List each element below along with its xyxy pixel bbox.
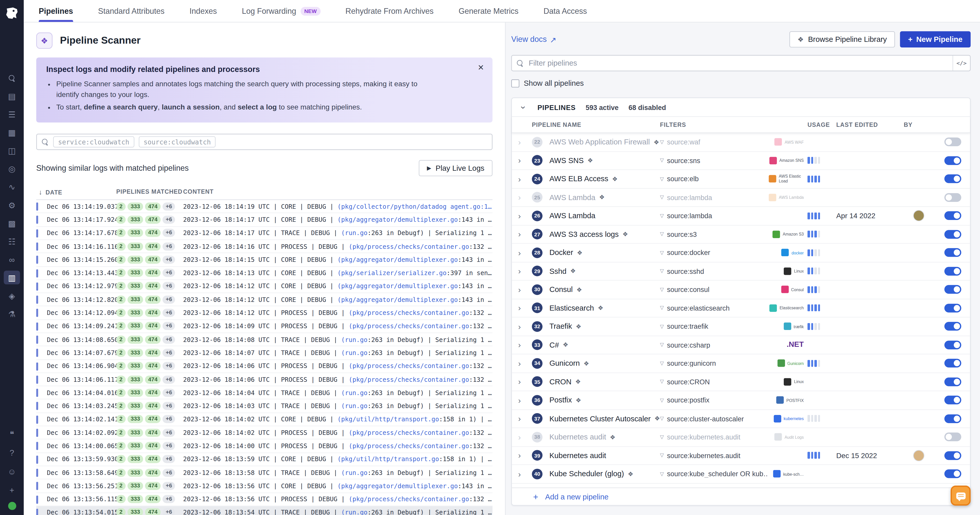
pipeline-count-badge[interactable]: 474 [145,216,161,224]
avatar[interactable] [913,210,924,221]
pipeline-count-badge[interactable]: 2 [116,455,126,463]
pipeline-count-badge[interactable]: 2 [116,256,126,264]
pipeline-count-badge[interactable]: +6 [162,375,175,383]
pipeline-row[interactable]: ›33C#❖▽source:csharp.NET [512,336,970,354]
pipeline-count-badge[interactable]: +6 [162,349,175,357]
play-live-logs-button[interactable]: ▶ Play Live Logs [419,160,493,176]
pipeline-count-badge[interactable]: +6 [162,482,175,490]
close-icon[interactable]: × [478,62,484,73]
pipeline-count-badge[interactable]: 2 [116,482,126,490]
pipeline-count-badge[interactable]: 474 [145,229,161,237]
pipeline-count-badge[interactable]: 474 [145,455,161,463]
pipeline-count-badge[interactable]: 333 [127,415,143,423]
expand-chevron-icon[interactable]: › [518,211,532,221]
security-icon[interactable]: ◈ [4,289,20,302]
pipeline-count-badge[interactable]: +6 [162,389,175,397]
pipeline-count-badge[interactable]: 333 [127,389,143,397]
pipeline-count-badge[interactable]: +6 [162,495,175,503]
pipeline-row[interactable]: ›40Kube Scheduler (glog)❖▽source:kube_sc… [512,465,970,483]
log-source-link[interactable]: (run.go [341,350,368,356]
pipeline-count-badge[interactable]: 333 [127,296,143,304]
ci-icon[interactable]: ☷ [4,234,20,248]
nav-tab-generate-metrics[interactable]: Generate Metrics [458,0,519,22]
organization-icon[interactable]: ☺ [4,464,20,478]
pipeline-enable-toggle[interactable] [944,156,961,165]
expand-chevron-icon[interactable]: › [518,469,532,479]
expand-chevron-icon[interactable]: › [518,156,532,165]
pipeline-row[interactable]: ›39Kubernetes audit▽source:kubernetes.au… [512,447,970,465]
log-row[interactable]: Dec 06 13:14:06.1172333474+62023-12-06 1… [36,373,493,386]
pipeline-count-badge[interactable]: 333 [127,309,143,317]
log-source-link[interactable]: (pkg/aggregator/demultiplexer.go [337,296,458,303]
pipeline-count-badge[interactable]: 474 [145,256,161,264]
pipeline-count-badge[interactable]: 2 [116,335,126,343]
dashboards-icon[interactable]: ▦ [4,126,20,139]
integrations-icon[interactable]: ∞ [4,253,20,266]
view-docs-link[interactable]: View docs ↗ [511,35,556,44]
log-source-link[interactable]: (pkg/collector/python/datadog_agent.go:1… [337,203,492,210]
pipeline-count-badge[interactable]: +6 [162,469,175,477]
pipeline-count-badge[interactable]: 333 [127,322,143,330]
log-row[interactable]: Dec 06 13:14:19.0372333474+62023-12-06 1… [36,200,493,213]
log-row[interactable]: Dec 06 13:14:02.0922333474+62023-12-06 1… [36,426,493,439]
pipeline-row[interactable]: ›22AWS Web Application Firewall❖▽source:… [512,133,970,152]
pipeline-count-badge[interactable]: 333 [127,509,143,515]
watchdog-icon[interactable]: ⚙ [4,198,20,212]
log-source-link[interactable]: (run.go [341,229,368,236]
log-source-link[interactable]: (pkg/process/checks/container.go [348,243,469,250]
log-source-link[interactable]: (run.go [341,509,368,515]
expand-chevron-icon[interactable]: › [518,451,532,460]
pipeline-row[interactable]: ›34Gunicorn❖▽source:gunicornGunicorn [512,354,970,373]
log-search-bar[interactable]: service:cloudwatchsource:cloudwatch [36,134,493,150]
log-row[interactable]: Dec 06 13:14:12.0942333474+62023-12-06 1… [36,307,493,320]
log-row[interactable]: Dec 06 13:13:58.6492333474+62023-12-06 1… [36,466,493,480]
expand-chevron-icon[interactable]: › [518,432,532,442]
log-row[interactable]: Dec 06 13:14:03.2452333474+62023-12-06 1… [36,400,493,413]
pipeline-count-badge[interactable]: 2 [116,509,126,515]
expand-chevron-icon[interactable]: › [518,322,532,331]
pipeline-count-badge[interactable]: 474 [145,442,161,450]
pipeline-enable-toggle[interactable] [944,359,961,367]
pipeline-count-badge[interactable]: 333 [127,429,143,437]
labs-icon[interactable]: ⚗ [4,307,20,321]
log-row[interactable]: Dec 06 13:14:09.2412333474+62023-12-06 1… [36,320,493,333]
expand-chevron-icon[interactable]: › [518,248,532,258]
pipeline-enable-toggle[interactable] [944,451,961,460]
pipeline-count-badge[interactable]: 2 [116,269,126,277]
pipeline-count-badge[interactable]: +6 [162,202,175,211]
log-row[interactable]: Dec 06 13:13:56.1152333474+62023-12-06 1… [36,493,493,506]
log-source-link[interactable]: (pkg/process/checks/container.go [348,323,469,329]
pipeline-enable-toggle[interactable] [944,138,961,146]
pipeline-enable-toggle[interactable] [944,432,961,441]
pipeline-count-badge[interactable]: +6 [162,429,175,437]
pipeline-enable-toggle[interactable] [944,211,961,220]
invite-icon[interactable]: + [4,483,20,497]
log-row[interactable]: Dec 06 13:14:08.6502333474+62023-12-06 1… [36,333,493,346]
pipeline-count-badge[interactable]: +6 [162,269,175,277]
pipeline-enable-toggle[interactable] [944,322,961,331]
log-row[interactable]: Dec 06 13:13:56.2512333474+62023-12-06 1… [36,480,493,493]
pipeline-row[interactable]: ›37Kubernetes Cluster Autoscaler❖▽source… [512,410,970,428]
pipeline-count-badge[interactable]: +6 [162,322,175,330]
pipeline-count-badge[interactable]: 474 [145,322,161,330]
pipeline-count-badge[interactable]: 333 [127,469,143,477]
pipeline-count-badge[interactable]: 474 [145,335,161,343]
log-source-link[interactable]: (pkg/aggregator/demultiplexer.go [337,256,458,263]
filter-pipelines-input[interactable] [524,59,953,67]
nav-tab-standard-attributes[interactable]: Standard Attributes [98,0,164,22]
pipeline-count-badge[interactable]: 333 [127,335,143,343]
pipeline-enable-toggle[interactable] [944,175,961,183]
pipeline-count-badge[interactable]: 333 [127,229,143,237]
log-source-link[interactable]: (pkg/process/checks/container.go [348,376,469,383]
pipeline-count-badge[interactable]: +6 [162,402,175,410]
pipeline-count-badge[interactable]: 2 [116,362,126,370]
pipeline-count-badge[interactable]: 474 [145,375,161,383]
pipeline-count-badge[interactable]: +6 [162,455,175,463]
pipeline-count-badge[interactable]: 333 [127,402,143,410]
monitors-icon[interactable]: ◫ [4,144,20,157]
datadog-logo[interactable] [0,0,24,26]
avatar[interactable] [913,450,924,461]
log-row[interactable]: Dec 06 13:14:12.8202333474+62023-12-06 1… [36,293,493,307]
pipeline-enable-toggle[interactable] [944,304,961,312]
pipeline-count-badge[interactable]: 333 [127,256,143,264]
